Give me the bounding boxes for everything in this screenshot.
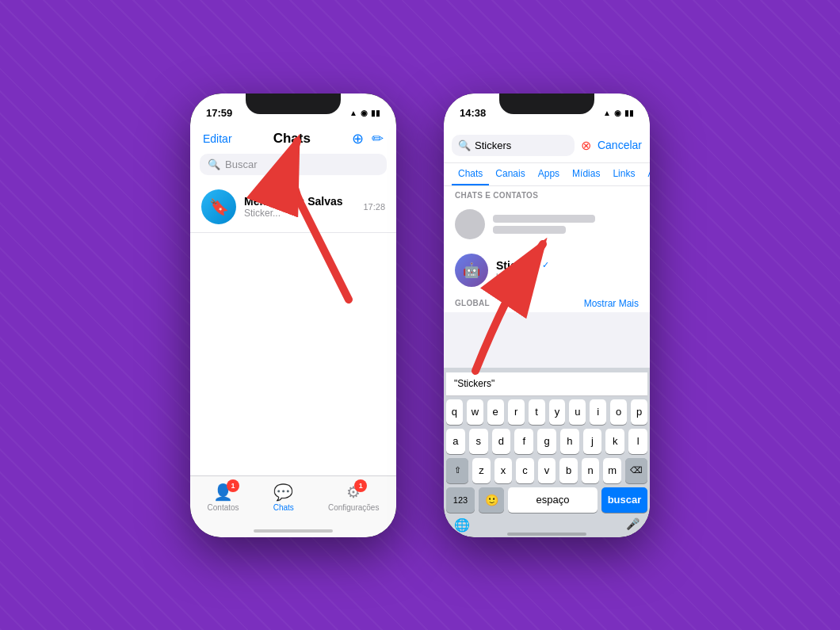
global-section-header: GLOBAL Mostrar Mais <box>444 295 650 312</box>
tab-contatos[interactable]: 👤 1 Contatos <box>208 483 239 512</box>
signal-icon: ◉ <box>361 109 368 117</box>
key-b[interactable]: b <box>559 458 578 483</box>
configuracoes-icon: ⚙ 1 <box>346 483 361 502</box>
stickers-name-row: Stickers ✓ <box>496 259 639 272</box>
key-w[interactable]: w <box>467 399 483 425</box>
search-clear-icon[interactable]: ⊗ <box>581 138 591 153</box>
filter-tab-chats[interactable]: Chats <box>452 163 489 185</box>
stickers-info: Stickers ✓ bot <box>496 259 639 281</box>
search-bar-1[interactable]: 🔍 Buscar <box>200 154 387 175</box>
key-j[interactable]: j <box>583 429 602 454</box>
key-u[interactable]: u <box>569 399 586 425</box>
tab-chats[interactable]: 💬 Chats <box>273 483 294 512</box>
phone-2: 14:38 ▲ ◉ ▮▮ 🔍 Stickers ⊗ Cancelar Chats <box>444 94 650 537</box>
key-delete[interactable]: ⌫ <box>625 458 647 483</box>
filter-tab-apps[interactable]: Apps <box>532 163 566 185</box>
contatos-badge: 1 <box>227 479 239 492</box>
signal-icon-2: ◉ <box>614 109 621 117</box>
key-buscar[interactable]: buscar <box>601 487 647 513</box>
add-chat-icon[interactable]: ⊕ <box>352 130 364 147</box>
notch-1 <box>246 94 341 114</box>
key-a[interactable]: a <box>446 429 465 454</box>
home-indicator-1 <box>254 529 333 533</box>
battery-icon-2: ▮▮ <box>624 109 634 117</box>
stickers-result[interactable]: 🤖 Stickers ✓ bot <box>444 246 650 295</box>
notch-2 <box>499 94 594 114</box>
battery-icon: ▮▮ <box>371 109 380 117</box>
key-space[interactable]: espaço <box>508 487 598 513</box>
tab-bar-1: 👤 1 Contatos 💬 Chats ⚙ 1 Configurações <box>190 475 396 537</box>
status-time-2: 14:38 <box>460 107 486 119</box>
key-h[interactable]: h <box>560 429 579 454</box>
blurred-result-row <box>444 203 650 246</box>
suggestion-text: "Stickers" <box>454 378 494 389</box>
search-bar-active: 🔍 Stickers ⊗ Cancelar <box>444 128 650 163</box>
tab-configuracoes[interactable]: ⚙ 1 Configurações <box>328 483 379 512</box>
wifi-icon-2: ▲ <box>603 109 611 117</box>
key-f[interactable]: f <box>514 429 533 454</box>
key-o[interactable]: o <box>610 399 627 425</box>
configuracoes-badge: 1 <box>354 479 367 492</box>
stickers-name: Stickers <box>496 259 539 272</box>
key-y[interactable]: y <box>549 399 566 425</box>
key-e[interactable]: e <box>487 399 504 425</box>
chats-icon: 💬 <box>273 483 293 502</box>
key-v[interactable]: v <box>538 458 556 483</box>
compose-icon[interactable]: ✏ <box>372 130 384 147</box>
key-d[interactable]: d <box>492 429 511 454</box>
key-g[interactable]: g <box>537 429 556 454</box>
search-input-active[interactable]: 🔍 Stickers <box>452 135 575 156</box>
saved-messages-avatar: 🔖 <box>201 189 236 224</box>
contatos-icon: 👤 1 <box>213 483 233 502</box>
wifi-icon: ▲ <box>349 109 357 117</box>
cancelar-button[interactable]: Cancelar <box>598 139 642 151</box>
status-icons-1: ▲ ◉ ▮▮ <box>349 109 380 117</box>
results-area: CHATS E CONTATOS 🤖 Stickers ✓ <box>444 186 650 312</box>
nav-right-icons: ⊕ ✏ <box>352 130 384 147</box>
filter-tab-arquivos[interactable]: Arqui... <box>641 163 650 185</box>
chat-name-saved: Mensagens Salvas <box>244 195 355 208</box>
key-z[interactable]: z <box>472 458 491 483</box>
chat-item-saved[interactable]: 🔖 Mensagens Salvas Sticker... 17:28 <box>190 181 396 233</box>
keyboard: "Stickers" q w e r t y u i o p a <box>444 368 650 537</box>
key-p[interactable]: p <box>631 399 647 425</box>
key-l[interactable]: l <box>628 429 647 454</box>
search-icon-1: 🔍 <box>208 158 220 170</box>
search-query-text: Stickers <box>475 139 511 151</box>
filter-tab-canais[interactable]: Canais <box>489 163 531 185</box>
blurred-content <box>493 215 639 234</box>
key-q[interactable]: q <box>446 399 463 425</box>
phone-1-shell: 17:59 ▲ ◉ ▮▮ Editar Chats ⊕ ✏ 🔍 Busca <box>190 94 396 537</box>
keyboard-bottom-row: 123 🙂 espaço buscar <box>446 487 647 513</box>
chats-title: Chats <box>273 131 311 147</box>
chat-time-saved: 17:28 <box>363 202 385 212</box>
status-icons-2: ▲ ◉ ▮▮ <box>603 109 634 117</box>
key-i[interactable]: i <box>590 399 606 425</box>
key-k[interactable]: k <box>605 429 624 454</box>
phone-2-shell: 14:38 ▲ ◉ ▮▮ 🔍 Stickers ⊗ Cancelar Chats <box>444 94 650 537</box>
key-123[interactable]: 123 <box>446 487 475 513</box>
key-shift[interactable]: ⇧ <box>446 458 468 483</box>
chat-info-saved: Mensagens Salvas Sticker... <box>244 195 355 219</box>
mic-icon[interactable]: 🎤 <box>626 517 640 533</box>
key-t[interactable]: t <box>529 399 545 425</box>
search-placeholder-1: Buscar <box>225 158 257 170</box>
phone-1-screen: 17:59 ▲ ◉ ▮▮ Editar Chats ⊕ ✏ 🔍 Busca <box>190 94 396 537</box>
chats-tab-label: Chats <box>273 503 294 512</box>
blurred-name <box>493 215 595 223</box>
key-s[interactable]: s <box>469 429 488 454</box>
key-n[interactable]: n <box>582 458 600 483</box>
globe-icon[interactable]: 🌐 <box>454 517 470 533</box>
editar-button[interactable]: Editar <box>203 132 232 145</box>
filter-tab-midias[interactable]: Mídias <box>566 163 606 185</box>
section-chats-contatos: CHATS E CONTATOS <box>444 186 650 203</box>
blurred-avatar <box>455 209 485 239</box>
key-c[interactable]: c <box>516 458 534 483</box>
key-x[interactable]: x <box>494 458 513 483</box>
key-r[interactable]: r <box>508 399 525 425</box>
key-emoji[interactable]: 🙂 <box>479 487 504 513</box>
filter-tab-links[interactable]: Links <box>606 163 641 185</box>
search-icon-2: 🔍 <box>458 139 471 151</box>
mostrar-mais-button[interactable]: Mostrar Mais <box>584 298 639 309</box>
key-m[interactable]: m <box>603 458 621 483</box>
